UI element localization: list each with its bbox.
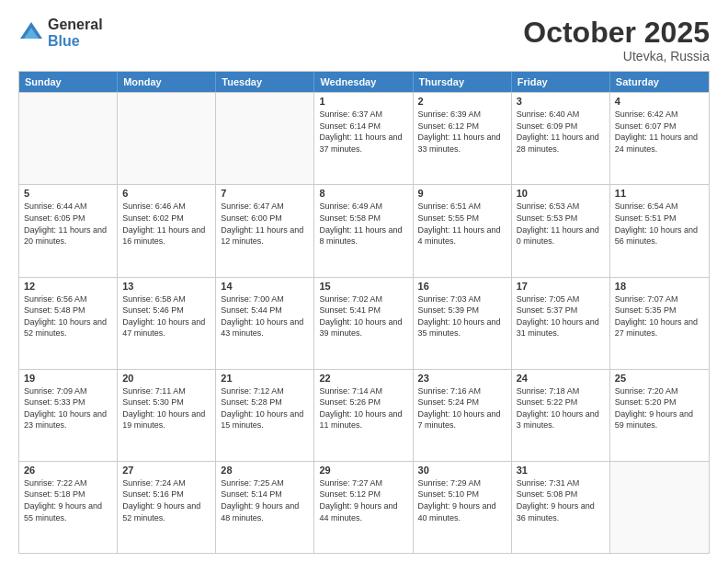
calendar-cell: 17Sunrise: 7:05 AM Sunset: 5:37 PM Dayli… [512,278,610,369]
calendar-header: SundayMondayTuesdayWednesdayThursdayFrid… [19,72,709,92]
day-info: Sunrise: 7:05 AM Sunset: 5:37 PM Dayligh… [517,293,605,339]
day-number: 25 [615,373,704,384]
title-section: October 2025 Utevka, Russia [523,17,710,63]
calendar-cell: 8Sunrise: 6:49 AM Sunset: 5:58 PM Daylig… [314,185,413,276]
day-info: Sunrise: 7:20 AM Sunset: 5:20 PM Dayligh… [615,385,704,431]
calendar-cell: 12Sunrise: 6:56 AM Sunset: 5:48 PM Dayli… [19,278,118,369]
calendar-cell: 29Sunrise: 7:27 AM Sunset: 5:12 PM Dayli… [314,462,413,553]
day-info: Sunrise: 6:51 AM Sunset: 5:55 PM Dayligh… [418,201,506,247]
day-info: Sunrise: 6:49 AM Sunset: 5:58 PM Dayligh… [319,201,407,247]
day-info: Sunrise: 7:29 AM Sunset: 5:10 PM Dayligh… [418,477,506,523]
calendar-cell: 6Sunrise: 6:46 AM Sunset: 6:02 PM Daylig… [118,185,216,276]
calendar-cell: 25Sunrise: 7:20 AM Sunset: 5:20 PM Dayli… [610,370,709,461]
calendar-cell: 27Sunrise: 7:24 AM Sunset: 5:16 PM Dayli… [118,462,216,553]
day-number: 28 [221,465,309,476]
calendar-cell: 15Sunrise: 7:02 AM Sunset: 5:41 PM Dayli… [314,278,413,369]
day-number: 11 [615,188,704,199]
location: Utevka, Russia [523,49,710,63]
calendar-cell: 31Sunrise: 7:31 AM Sunset: 5:08 PM Dayli… [512,462,610,553]
calendar-cell: 9Sunrise: 6:51 AM Sunset: 5:55 PM Daylig… [414,185,512,276]
day-info: Sunrise: 7:24 AM Sunset: 5:16 PM Dayligh… [122,477,210,523]
calendar-cell: 11Sunrise: 6:54 AM Sunset: 5:51 PM Dayli… [610,185,709,276]
calendar-cell [610,462,709,553]
calendar-cell: 7Sunrise: 6:47 AM Sunset: 6:00 PM Daylig… [216,185,314,276]
logo-icon [18,20,44,46]
calendar-cell: 13Sunrise: 6:58 AM Sunset: 5:46 PM Dayli… [118,278,216,369]
day-number: 27 [122,465,210,476]
day-number: 19 [24,373,112,384]
day-info: Sunrise: 7:07 AM Sunset: 5:35 PM Dayligh… [615,293,704,339]
header-day-friday: Friday [512,72,610,92]
day-number: 8 [319,188,407,199]
day-info: Sunrise: 7:14 AM Sunset: 5:26 PM Dayligh… [319,385,407,431]
calendar-cell [216,93,314,184]
day-number: 16 [418,281,506,292]
day-number: 15 [319,281,407,292]
calendar-cell: 5Sunrise: 6:44 AM Sunset: 6:05 PM Daylig… [19,185,118,276]
month-title: October 2025 [523,17,710,49]
day-info: Sunrise: 7:18 AM Sunset: 5:22 PM Dayligh… [517,385,605,431]
calendar-week-1: 1Sunrise: 6:37 AM Sunset: 6:14 PM Daylig… [19,92,709,184]
day-number: 29 [319,465,407,476]
logo-text: General Blue [48,17,103,49]
day-info: Sunrise: 7:27 AM Sunset: 5:12 PM Dayligh… [319,477,407,523]
day-info: Sunrise: 7:25 AM Sunset: 5:14 PM Dayligh… [221,477,309,523]
day-info: Sunrise: 6:46 AM Sunset: 6:02 PM Dayligh… [122,201,210,247]
calendar-cell: 3Sunrise: 6:40 AM Sunset: 6:09 PM Daylig… [512,93,610,184]
day-info: Sunrise: 7:11 AM Sunset: 5:30 PM Dayligh… [122,385,210,431]
day-number: 20 [122,373,210,384]
calendar-cell: 2Sunrise: 6:39 AM Sunset: 6:12 PM Daylig… [414,93,512,184]
day-number: 26 [24,465,112,476]
day-number: 30 [418,465,506,476]
day-info: Sunrise: 6:42 AM Sunset: 6:07 PM Dayligh… [615,109,704,155]
day-number: 7 [221,188,309,199]
calendar-week-3: 12Sunrise: 6:56 AM Sunset: 5:48 PM Dayli… [19,277,709,369]
day-info: Sunrise: 6:58 AM Sunset: 5:46 PM Dayligh… [122,293,210,339]
day-number: 2 [418,96,506,107]
calendar-cell: 30Sunrise: 7:29 AM Sunset: 5:10 PM Dayli… [414,462,512,553]
day-number: 10 [517,188,605,199]
day-number: 22 [319,373,407,384]
day-number: 12 [24,281,112,292]
day-number: 13 [122,281,210,292]
calendar-cell: 23Sunrise: 7:16 AM Sunset: 5:24 PM Dayli… [414,370,512,461]
calendar-cell: 20Sunrise: 7:11 AM Sunset: 5:30 PM Dayli… [118,370,216,461]
day-number: 3 [517,96,605,107]
header-day-thursday: Thursday [414,72,512,92]
day-info: Sunrise: 6:37 AM Sunset: 6:14 PM Dayligh… [319,109,407,155]
calendar-week-5: 26Sunrise: 7:22 AM Sunset: 5:18 PM Dayli… [19,461,709,553]
calendar-cell: 16Sunrise: 7:03 AM Sunset: 5:39 PM Dayli… [414,278,512,369]
day-number: 23 [418,373,506,384]
header: General Blue October 2025 Utevka, Russia [18,17,710,63]
day-info: Sunrise: 7:09 AM Sunset: 5:33 PM Dayligh… [24,385,112,431]
day-info: Sunrise: 6:56 AM Sunset: 5:48 PM Dayligh… [24,293,112,339]
day-number: 1 [319,96,407,107]
day-info: Sunrise: 6:47 AM Sunset: 6:00 PM Dayligh… [221,201,309,247]
calendar-cell: 19Sunrise: 7:09 AM Sunset: 5:33 PM Dayli… [19,370,118,461]
day-info: Sunrise: 7:00 AM Sunset: 5:44 PM Dayligh… [221,293,309,339]
day-number: 31 [517,465,605,476]
day-info: Sunrise: 6:39 AM Sunset: 6:12 PM Dayligh… [418,109,506,155]
calendar-cell: 28Sunrise: 7:25 AM Sunset: 5:14 PM Dayli… [216,462,314,553]
calendar-cell: 10Sunrise: 6:53 AM Sunset: 5:53 PM Dayli… [512,185,610,276]
day-info: Sunrise: 6:54 AM Sunset: 5:51 PM Dayligh… [615,201,704,247]
calendar-cell: 1Sunrise: 6:37 AM Sunset: 6:14 PM Daylig… [314,93,413,184]
calendar-cell [118,93,216,184]
calendar-cell [19,93,118,184]
calendar-cell: 4Sunrise: 6:42 AM Sunset: 6:07 PM Daylig… [610,93,709,184]
calendar: SundayMondayTuesdayWednesdayThursdayFrid… [18,71,710,554]
calendar-body: 1Sunrise: 6:37 AM Sunset: 6:14 PM Daylig… [19,92,709,553]
calendar-page: General Blue October 2025 Utevka, Russia… [0,0,728,563]
header-day-wednesday: Wednesday [314,72,413,92]
header-day-sunday: Sunday [19,72,118,92]
logo: General Blue [18,17,103,49]
day-number: 17 [517,281,605,292]
day-number: 5 [24,188,112,199]
day-info: Sunrise: 6:53 AM Sunset: 5:53 PM Dayligh… [517,201,605,247]
day-info: Sunrise: 6:40 AM Sunset: 6:09 PM Dayligh… [517,109,605,155]
day-info: Sunrise: 7:22 AM Sunset: 5:18 PM Dayligh… [24,477,112,523]
day-info: Sunrise: 7:16 AM Sunset: 5:24 PM Dayligh… [418,385,506,431]
day-number: 14 [221,281,309,292]
day-info: Sunrise: 7:12 AM Sunset: 5:28 PM Dayligh… [221,385,309,431]
logo-general: General [48,17,103,33]
